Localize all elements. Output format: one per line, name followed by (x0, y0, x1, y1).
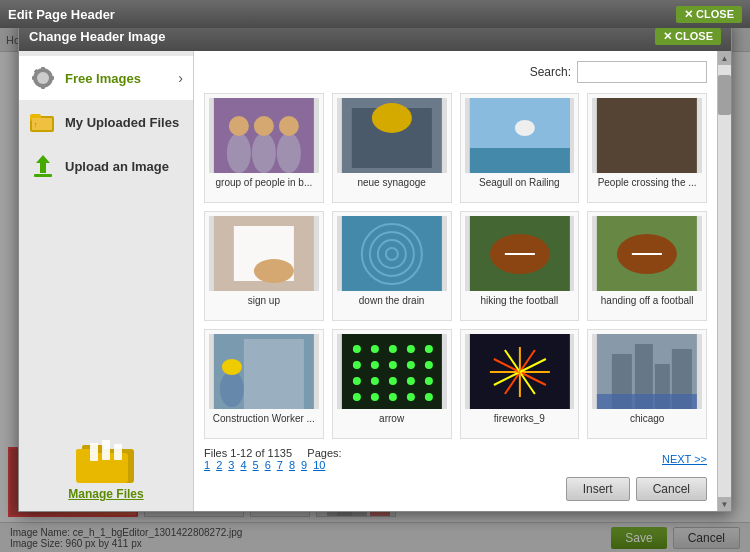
page-link-4[interactable]: 4 (240, 459, 246, 471)
content-footer: Files 1-12 of 1135 Pages: 1 2 3 4 5 6 7 … (204, 447, 707, 501)
svg-point-68 (425, 377, 433, 385)
modal-body: Free Images › ↑ My Uploaded Files (19, 51, 731, 511)
svg-rect-50 (244, 339, 304, 409)
page-link-6[interactable]: 6 (265, 459, 271, 471)
image-caption: Seagull on Railing (465, 177, 575, 188)
image-item[interactable]: sign up (204, 211, 324, 321)
sidebar-upload-label: Upload an Image (65, 159, 169, 174)
image-thumb (337, 334, 447, 409)
svg-point-61 (389, 361, 397, 369)
page-link-1[interactable]: 1 (204, 459, 210, 471)
image-caption: fireworks_9 (465, 413, 575, 424)
page-link-7[interactable]: 7 (277, 459, 283, 471)
scroll-thumb[interactable] (718, 75, 731, 115)
image-item[interactable]: chicago (587, 329, 707, 439)
image-thumb (465, 334, 575, 409)
svg-point-59 (353, 361, 361, 369)
scroll-up-arrow[interactable]: ▲ (718, 51, 732, 65)
svg-point-62 (407, 361, 415, 369)
page-link-9[interactable]: 9 (301, 459, 307, 471)
next-link[interactable]: NEXT >> (662, 453, 707, 465)
scroll-track (718, 65, 731, 497)
image-item[interactable]: handing off a football (587, 211, 707, 321)
image-caption: handing off a football (592, 295, 702, 306)
image-item[interactable]: People crossing the ... (587, 93, 707, 203)
svg-point-69 (353, 393, 361, 401)
svg-point-70 (371, 393, 379, 401)
image-thumb (337, 98, 447, 173)
svg-point-33 (514, 120, 534, 136)
action-buttons: Insert Cancel (204, 477, 707, 501)
svg-point-51 (220, 371, 244, 407)
svg-point-22 (229, 116, 249, 136)
manage-files-label[interactable]: Manage Files (68, 487, 143, 501)
image-thumb (209, 98, 319, 173)
svg-point-60 (371, 361, 379, 369)
svg-point-24 (254, 116, 274, 136)
svg-point-29 (372, 103, 412, 133)
svg-point-25 (277, 133, 301, 173)
image-caption: chicago (592, 413, 702, 424)
uploads-icon: ↑ (29, 108, 57, 136)
image-caption: Construction Worker ... (209, 413, 319, 424)
image-item[interactable]: Seagull on Railing (460, 93, 580, 203)
image-item[interactable]: arrow (332, 329, 452, 439)
modal-close-button[interactable]: ✕ CLOSE (655, 28, 721, 45)
pagination-links: 1 2 3 4 5 6 7 8 9 10 (204, 459, 348, 471)
svg-point-57 (407, 345, 415, 353)
svg-point-52 (222, 359, 242, 375)
image-item[interactable]: Construction Worker ... (204, 329, 324, 439)
free-images-icon (29, 64, 57, 92)
svg-rect-18 (102, 440, 110, 460)
sidebar-item-upload[interactable]: Upload an Image (19, 144, 193, 188)
image-caption: arrow (337, 413, 447, 424)
image-caption: group of people in b... (209, 177, 319, 188)
image-item[interactable]: hiking the football (460, 211, 580, 321)
svg-marker-11 (36, 155, 50, 173)
svg-point-71 (389, 393, 397, 401)
image-thumb (337, 216, 447, 291)
insert-button[interactable]: Insert (566, 477, 630, 501)
pagination-row: Files 1-12 of 1135 Pages: 1 2 3 4 5 6 7 … (204, 447, 707, 471)
page-link-2[interactable]: 2 (216, 459, 222, 471)
image-thumb (592, 216, 702, 291)
sidebar: Free Images › ↑ My Uploaded Files (19, 51, 194, 511)
svg-rect-34 (597, 98, 697, 173)
image-caption: People crossing the ... (592, 177, 702, 188)
scroll-down-arrow[interactable]: ▼ (718, 497, 732, 511)
image-item[interactable]: neue synagoge (332, 93, 452, 203)
image-thumb (592, 98, 702, 173)
search-bar: Search: (204, 61, 707, 83)
outer-close-button[interactable]: ✕ CLOSE (676, 6, 742, 23)
page-link-3[interactable]: 3 (228, 459, 234, 471)
sidebar-item-uploads[interactable]: ↑ My Uploaded Files (19, 100, 193, 144)
modal-title: Change Header Image (29, 29, 166, 44)
image-item[interactable]: group of people in b... (204, 93, 324, 203)
svg-point-66 (389, 377, 397, 385)
svg-rect-17 (90, 443, 98, 461)
image-caption: neue synagoge (337, 177, 447, 188)
manage-files-area: Manage Files (19, 415, 193, 511)
outer-header: Edit Page Header ✕ CLOSE (0, 0, 750, 28)
search-input[interactable] (577, 61, 707, 83)
svg-rect-38 (342, 216, 442, 291)
free-images-arrow: › (178, 70, 183, 86)
page-link-8[interactable]: 8 (289, 459, 295, 471)
image-grid: group of people in b...neue synagogeSeag… (204, 93, 707, 439)
files-count: Files 1-12 of 1135 (204, 447, 292, 459)
cancel-button[interactable]: Cancel (636, 477, 707, 501)
svg-point-67 (407, 377, 415, 385)
page-link-5[interactable]: 5 (253, 459, 259, 471)
svg-point-65 (371, 377, 379, 385)
svg-rect-2 (41, 67, 45, 72)
svg-point-64 (353, 377, 361, 385)
sidebar-uploads-label: My Uploaded Files (65, 115, 179, 130)
svg-point-37 (254, 259, 294, 283)
image-item[interactable]: down the drain (332, 211, 452, 321)
image-item[interactable]: fireworks_9 (460, 329, 580, 439)
upload-icon (29, 152, 57, 180)
modal-dialog: Change Header Image ✕ CLOSE (18, 20, 732, 512)
svg-point-54 (353, 345, 361, 353)
sidebar-item-free-images[interactable]: Free Images › (19, 56, 193, 100)
page-link-10[interactable]: 10 (313, 459, 325, 471)
